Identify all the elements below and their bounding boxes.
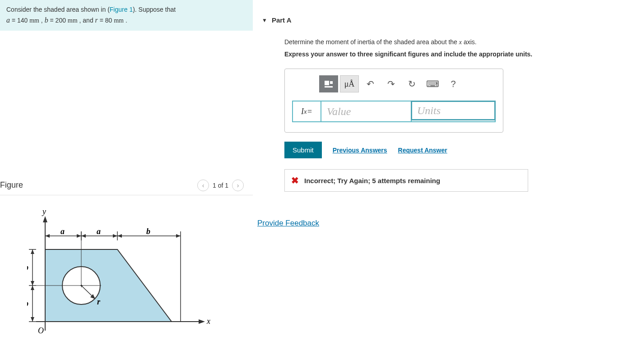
next-figure-button[interactable]: › [232,180,244,191]
templates-icon [325,81,333,88]
svg-marker-14 [113,234,117,238]
svg-marker-5 [199,319,205,324]
feedback-box: ✖ Incorrect; Try Again; 5 attempts remai… [284,169,528,192]
unit: mm [114,17,124,24]
x-axis-label: x [206,317,210,326]
dim-b-lower: b [27,299,28,308]
svg-marker-24 [31,317,34,322]
var-b: b [45,16,48,24]
svg-marker-11 [45,234,50,238]
svg-marker-13 [81,234,86,238]
text: = 200 [48,17,68,24]
var-a: a [6,16,10,24]
undo-button[interactable]: ↶ [361,75,380,92]
special-chars-button[interactable]: μÅ [340,75,359,92]
text: ). Suppose that [133,6,176,13]
dim-a2: a [97,227,101,236]
value-input[interactable] [321,101,412,121]
figure-link[interactable]: Figure 1 [110,6,133,13]
problem-statement: Consider the shaded area shown in (Figur… [0,0,253,31]
text: Consider the shaded area shown in ( [6,6,110,13]
text: , [39,17,45,24]
redo-button[interactable]: ↷ [381,75,400,92]
svg-marker-16 [176,234,181,238]
provide-feedback-link[interactable]: Provide Feedback [257,219,319,228]
templates-button[interactable] [319,75,338,92]
svg-marker-21 [31,249,34,254]
svg-marker-12 [77,234,81,238]
text: , and [78,17,95,24]
part-label: Part A [272,16,292,24]
previous-answers-link[interactable]: Previous Answers [333,147,387,154]
y-axis-label: y [42,207,46,216]
toolbar: μÅ ↶ ↷ ↻ ⌨ ? [319,75,496,92]
units-input[interactable] [411,101,496,120]
reset-button[interactable]: ↻ [402,75,421,92]
unit: mm [68,17,78,24]
svg-marker-3 [43,216,47,222]
svg-text:+: + [80,283,83,289]
help-button[interactable]: ? [444,75,463,92]
text: . [124,17,127,24]
figure-title: Figure [0,180,23,190]
answer-input-row: Ix = [292,101,496,122]
request-answer-link[interactable]: Request Answer [398,147,447,154]
dim-a1: a [60,227,65,236]
figure-count: 1 of 1 [213,182,228,189]
prev-figure-button[interactable]: ‹ [197,180,209,191]
figure-pager: ‹ 1 of 1 › [197,180,244,191]
text: = 140 [10,17,29,24]
collapse-icon: ▼ [262,17,267,23]
dim-b-upper: b [27,263,28,272]
dim-b1: b [146,227,150,236]
text: = 80 [98,17,114,24]
answer-lhs: Ix = [293,101,321,121]
svg-marker-15 [117,234,122,238]
answer-box: μÅ ↶ ↷ ↻ ⌨ ? Ix = [284,69,503,133]
unit: mm [29,17,39,24]
origin-label: O [38,326,44,335]
instruction-text: Determine the moment of inertia of the s… [284,38,604,46]
svg-marker-23 [31,286,34,290]
incorrect-icon: ✖ [291,175,299,186]
part-header[interactable]: ▼ Part A [262,14,618,30]
dim-r: r [97,297,101,306]
svg-marker-22 [31,281,34,286]
keyboard-button[interactable]: ⌨ [423,75,442,92]
express-instruction: Express your answer to three significant… [284,51,604,58]
figure-image: y x O a a b [0,195,253,340]
feedback-message: Incorrect; Try Again; 5 attempts remaini… [304,177,440,184]
submit-button[interactable]: Submit [284,142,322,158]
